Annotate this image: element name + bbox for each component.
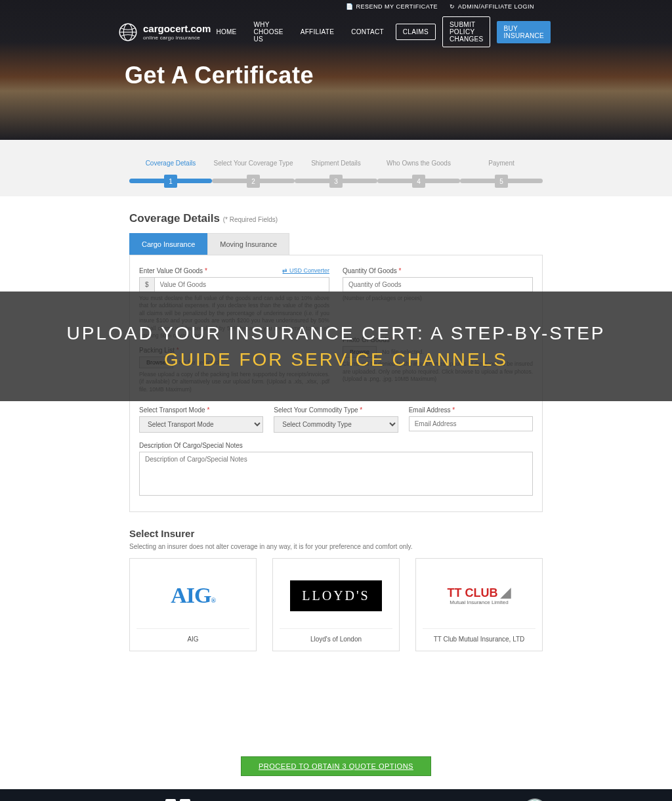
usd-converter-link[interactable]: ⇄ USD Converter: [282, 267, 329, 274]
nav-home[interactable]: HOME: [211, 24, 242, 39]
globe-icon: [118, 22, 138, 42]
step-label: Shipment Details: [295, 160, 377, 167]
document-icon: [346, 3, 354, 10]
step-label: Payment: [460, 160, 543, 167]
overlay-line-1: UPLOAD YOUR INSURANCE CERT: A STEP-BY-ST…: [66, 323, 605, 344]
refresh-icon: [450, 3, 455, 10]
step-payment[interactable]: Payment 5: [460, 160, 543, 183]
insurer-card-lloyds[interactable]: LLOYD'S Lloyd's of London: [272, 558, 400, 651]
value-of-goods-input[interactable]: [154, 277, 329, 292]
quantity-of-goods-label: Quantity Of Goods: [343, 267, 397, 274]
logo-tagline: online cargo insurance: [143, 35, 211, 41]
nav-submit-policy-changes[interactable]: SUBMIT POLICY CHANGES: [442, 16, 491, 47]
overlay-line-2: GUIDE FOR SERVICE CHANNELS: [164, 349, 508, 370]
value-of-goods-label: Enter Value Of Goods: [139, 267, 203, 274]
nav-contact[interactable]: CONTACT: [346, 24, 389, 39]
hero: RESEND MY CERTIFICATE ADMIN/AFFILIATE LO…: [0, 0, 672, 140]
coverage-details-heading: Coverage Details (* Required Fields): [129, 196, 543, 233]
topbar: RESEND MY CERTIFICATE ADMIN/AFFILIATE LO…: [0, 0, 672, 10]
email-address-input[interactable]: [409, 416, 533, 431]
required-marker: *: [205, 267, 207, 274]
step-label: Who Owns the Goods: [377, 160, 460, 167]
required-marker: *: [399, 267, 402, 274]
nav-claims[interactable]: CLAIMS: [396, 24, 436, 40]
step-number: 1: [164, 175, 177, 188]
cta-wrap: PROCEED TO OBTAIN 3 QUOTE OPTIONS: [0, 651, 672, 789]
nav-links: HOME WHY CHOOSE US AFFILIATE CONTACT CLA…: [211, 16, 551, 47]
description-textarea[interactable]: [139, 452, 533, 496]
insurer-name: Lloyd's of London: [280, 628, 392, 643]
logo[interactable]: cargocert.com online cargo insurance: [118, 22, 211, 42]
step-label: Select Your Coverage Type: [212, 160, 295, 167]
step-number: 2: [247, 175, 260, 188]
commodity-type-label: Select Your Commodity Type: [274, 406, 358, 414]
nav-affiliate[interactable]: AFFILIATE: [295, 24, 339, 39]
email-address-label: Email Address: [409, 406, 451, 414]
insurer-card-aig[interactable]: AIG® AIG: [129, 558, 257, 651]
proceed-button[interactable]: PROCEED TO OBTAIN 3 QUOTE OPTIONS: [241, 756, 431, 776]
insurance-type-tabs: Cargo Insurance Moving Insurance: [129, 233, 543, 255]
page-title: Get A Certificate: [0, 47, 672, 89]
description-label: Description Of Cargo/Special Notes: [139, 442, 243, 449]
ttclub-logo: TT CLUB ◢ Mutual Insurance Limited: [448, 578, 511, 613]
select-insurer-note: Selecting an insurer does not alter cove…: [129, 543, 543, 550]
step-label: Coverage Details: [129, 160, 212, 167]
insurer-name: TT Club Mutual Insurance, LTD: [423, 628, 536, 643]
commodity-type-select[interactable]: Select Commodity Type: [274, 416, 398, 433]
step-who-owns[interactable]: Who Owns the Goods 4: [377, 160, 460, 183]
tab-cargo-insurance[interactable]: Cargo Insurance: [129, 233, 207, 255]
overlay-banner: UPLOAD YOUR INSURANCE CERT: A STEP-BY-ST…: [0, 292, 672, 401]
required-marker: *: [207, 406, 209, 414]
transport-mode-label: Select Transport Mode: [139, 406, 205, 414]
required-fields-note: (* Required Fields): [223, 216, 278, 223]
coverage-details-title: Coverage Details: [129, 212, 220, 225]
quantity-of-goods-input[interactable]: [343, 277, 533, 292]
step-coverage-details[interactable]: Coverage Details 1: [129, 160, 212, 183]
nav-why-choose-us[interactable]: WHY CHOOSE US: [249, 17, 289, 47]
aig-logo: AIG®: [171, 578, 215, 613]
resend-certificate-link[interactable]: RESEND MY CERTIFICATE: [346, 3, 438, 10]
navbar: cargocert.com online cargo insurance HOM…: [0, 10, 672, 47]
nav-buy-insurance[interactable]: BUY INSURANCE: [497, 21, 551, 43]
footer: Follow us on f t Copyright © 2017 CargoC…: [0, 789, 672, 801]
transport-mode-select[interactable]: Select Transport Mode: [139, 416, 263, 433]
admin-login-link[interactable]: ADMIN/AFFILIATE LOGIN: [450, 3, 534, 10]
steps-band: Coverage Details 1 Select Your Coverage …: [0, 140, 672, 196]
required-marker: *: [452, 406, 455, 414]
admin-login-label: ADMIN/AFFILIATE LOGIN: [458, 3, 534, 10]
select-insurer-heading: Select Insurer: [129, 512, 543, 543]
progress-stepper: Coverage Details 1 Select Your Coverage …: [129, 160, 543, 183]
currency-prefix: $: [139, 277, 154, 292]
main-container: Coverage Details (* Required Fields) Car…: [129, 196, 543, 651]
step-number: 5: [495, 175, 508, 188]
tab-moving-insurance[interactable]: Moving Insurance: [207, 233, 289, 255]
insurer-grid: AIG® AIG LLOYD'S Lloyd's of London TT CL…: [129, 558, 543, 651]
lloyds-logo: LLOYD'S: [290, 578, 382, 613]
required-marker: *: [360, 406, 362, 414]
logo-text: cargocert.com: [143, 23, 211, 34]
trust-seal-icon: [523, 798, 547, 801]
step-shipment-details[interactable]: Shipment Details 3: [295, 160, 377, 183]
insurer-name: AIG: [136, 628, 249, 643]
resend-certificate-label: RESEND MY CERTIFICATE: [356, 3, 438, 10]
step-number: 3: [329, 175, 343, 188]
step-coverage-type[interactable]: Select Your Coverage Type 2: [212, 160, 295, 183]
insurer-card-ttclub[interactable]: TT CLUB ◢ Mutual Insurance Limited TT Cl…: [415, 558, 543, 651]
step-number: 4: [412, 175, 425, 188]
